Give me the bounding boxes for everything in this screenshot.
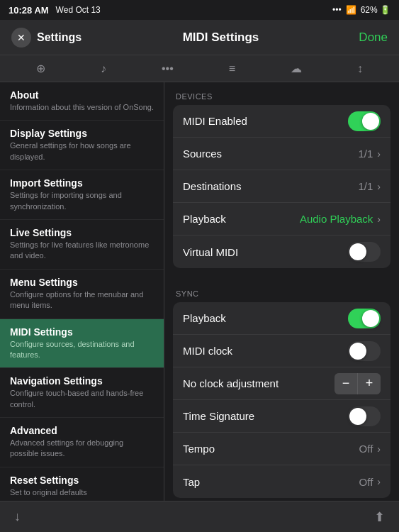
battery-icon: 62% 🔋 bbox=[361, 5, 390, 15]
sidebar-item-title-midi: MIDI Settings bbox=[10, 326, 154, 338]
row-destinations: Destinations 1/1› bbox=[173, 170, 390, 203]
toolbar-icon-5[interactable]: ↕ bbox=[357, 62, 363, 75]
status-date: Wed Oct 13 bbox=[56, 5, 101, 15]
row-sources: Sources 1/1› bbox=[173, 138, 390, 170]
sidebar-item-reset[interactable]: Reset Settings Set to original defaults bbox=[0, 467, 164, 501]
sidebar-item-desc-reset: Set to original defaults bbox=[10, 487, 154, 498]
status-icons: ••• 📶 62% 🔋 bbox=[332, 5, 390, 15]
main-content: About Information about this version of … bbox=[0, 82, 399, 501]
sidebar-item-desc-display: General settings for how songs are displ… bbox=[10, 140, 154, 162]
sidebar-item-title-about: About bbox=[10, 89, 154, 101]
row-label-midi-clock: MIDI clock bbox=[183, 345, 232, 357]
row-virtual-midi[interactable]: Virtual MIDI bbox=[173, 235, 390, 268]
row-label-midi-enabled: MIDI Enabled bbox=[183, 115, 247, 127]
sidebar-item-live[interactable]: Live Settings Settings for live features… bbox=[0, 220, 164, 270]
toggle-midi-clock[interactable] bbox=[348, 341, 381, 361]
sidebar-item-advanced[interactable]: Advanced Advanced settings for debugging… bbox=[0, 418, 164, 467]
header: ✕ Settings MIDI Settings Done bbox=[0, 20, 399, 55]
sidebar-item-desc-import: Settings for importing songs and synchro… bbox=[10, 190, 154, 212]
sidebar-item-menu[interactable]: Menu Settings Configure options for the … bbox=[0, 270, 164, 319]
row-playback: Playback Audio Playback› bbox=[173, 203, 390, 235]
close-button[interactable]: ✕ bbox=[11, 28, 31, 48]
sidebar-item-desc-navigation: Configure touch-based and hands-free con… bbox=[10, 388, 154, 410]
row-label-sources: Sources bbox=[183, 148, 222, 160]
sidebar-item-title-live: Live Settings bbox=[10, 227, 154, 238]
row-label-time-signature: Time Signature bbox=[183, 410, 254, 422]
section-group-devices: MIDI Enabled Sources 1/1› Destinations 1… bbox=[173, 105, 390, 268]
status-time: 10:28 AM bbox=[9, 5, 49, 16]
sidebar-item-title-display: Display Settings bbox=[10, 128, 154, 139]
toolbar-icon-4[interactable]: ☁ bbox=[291, 62, 302, 75]
wifi-icon: 📶 bbox=[346, 5, 356, 15]
row-label-virtual-midi: Virtual MIDI bbox=[183, 246, 238, 258]
row-label-playback: Playback bbox=[183, 213, 226, 225]
toolbar-icon-1[interactable]: ⊕ bbox=[36, 62, 45, 75]
value-tempo: Off bbox=[359, 443, 373, 455]
sidebar: About Information about this version of … bbox=[0, 82, 164, 501]
stepper-minus-no-clock[interactable]: − bbox=[335, 373, 357, 394]
toggle-sync-playback[interactable] bbox=[348, 309, 381, 328]
value-tap: Off bbox=[359, 476, 373, 488]
toggle-virtual-midi[interactable] bbox=[348, 242, 381, 262]
row-label-destinations: Destinations bbox=[183, 180, 242, 192]
toggle-midi-enabled[interactable] bbox=[348, 111, 381, 131]
sidebar-item-desc-midi: Configure sources, destinations and feat… bbox=[10, 339, 154, 361]
row-label-no-clock: No clock adjustment bbox=[183, 377, 279, 389]
sidebar-item-title-reset: Reset Settings bbox=[10, 475, 154, 486]
sidebar-item-display[interactable]: Display Settings General settings for ho… bbox=[0, 121, 164, 170]
sidebar-item-desc-menu: Configure options for the menubar and me… bbox=[10, 289, 154, 311]
status-bar: 10:28 AM Wed Oct 13 ••• 📶 62% 🔋 bbox=[0, 0, 399, 20]
sidebar-item-title-navigation: Navigation Settings bbox=[10, 375, 154, 387]
row-label-sync-playback: Playback bbox=[183, 312, 226, 324]
sidebar-item-desc-about: Information about this version of OnSong… bbox=[10, 102, 154, 113]
header-left: ✕ Settings bbox=[11, 28, 96, 48]
toolbar-dots: ••• bbox=[162, 62, 174, 75]
chevron-destinations: › bbox=[377, 181, 381, 192]
section-header-sync: SYNC bbox=[164, 279, 399, 302]
chevron-playback: › bbox=[377, 214, 381, 225]
sidebar-item-about[interactable]: About Information about this version of … bbox=[0, 82, 164, 121]
sidebar-item-desc-live: Settings for live features like metronom… bbox=[10, 240, 154, 262]
row-label-tap: Tap bbox=[183, 476, 200, 488]
toolbar-icon-2[interactable]: ♪ bbox=[101, 62, 106, 75]
sidebar-item-import[interactable]: Import Settings Settings for importing s… bbox=[0, 170, 164, 220]
row-midi-enabled[interactable]: MIDI Enabled bbox=[173, 105, 390, 138]
sidebar-item-title-import: Import Settings bbox=[10, 177, 154, 189]
row-midi-clock[interactable]: MIDI clock bbox=[173, 335, 390, 367]
row-label-tempo: Tempo bbox=[183, 443, 215, 455]
row-sync-playback[interactable]: Playback bbox=[173, 302, 390, 335]
chevron-tempo: › bbox=[377, 443, 381, 455]
header-left-title: Settings bbox=[37, 31, 82, 44]
value-destinations: 1/1 bbox=[358, 180, 373, 192]
header-center-title: MIDI Settings bbox=[96, 31, 345, 45]
row-tap: Tap Off› bbox=[173, 465, 390, 498]
sidebar-item-navigation[interactable]: Navigation Settings Configure touch-base… bbox=[0, 368, 164, 418]
sidebar-item-title-menu: Menu Settings bbox=[10, 277, 154, 288]
share-icon[interactable]: ⬆ bbox=[374, 509, 385, 525]
toolbar-icon-3[interactable]: ≡ bbox=[229, 62, 235, 75]
chevron-tap: › bbox=[377, 476, 381, 487]
value-playback: Audio Playback bbox=[300, 213, 373, 225]
section-header-devices: DEVICES bbox=[164, 82, 399, 105]
download-icon[interactable]: ↓ bbox=[14, 509, 21, 524]
sidebar-item-desc-advanced: Advanced settings for debugging possible… bbox=[10, 438, 154, 460]
value-sources: 1/1 bbox=[358, 148, 373, 160]
section-group-sync: Playback MIDI clock No clock adjustment … bbox=[173, 302, 390, 498]
row-no-clock: No clock adjustment − + bbox=[173, 367, 390, 400]
toggle-time-signature[interactable] bbox=[348, 406, 381, 426]
dots-icon: ••• bbox=[332, 5, 342, 15]
right-panel: DEVICES MIDI Enabled Sources 1/1› Destin… bbox=[164, 82, 399, 501]
stepper-no-clock[interactable]: − + bbox=[335, 373, 381, 394]
sidebar-item-midi[interactable]: MIDI Settings Configure sources, destina… bbox=[0, 319, 164, 369]
bottom-bar: ↓ ⬆ bbox=[0, 501, 399, 532]
chevron-sources: › bbox=[377, 148, 381, 160]
sidebar-item-title-advanced: Advanced bbox=[10, 425, 154, 436]
done-button[interactable]: Done bbox=[345, 31, 388, 45]
stepper-plus-no-clock[interactable]: + bbox=[358, 373, 381, 394]
toolbar: ⊕ ♪ ••• ≡ ☁ ↕ bbox=[0, 55, 399, 82]
row-time-signature[interactable]: Time Signature bbox=[173, 400, 390, 433]
row-tempo: Tempo Off› bbox=[173, 433, 390, 465]
